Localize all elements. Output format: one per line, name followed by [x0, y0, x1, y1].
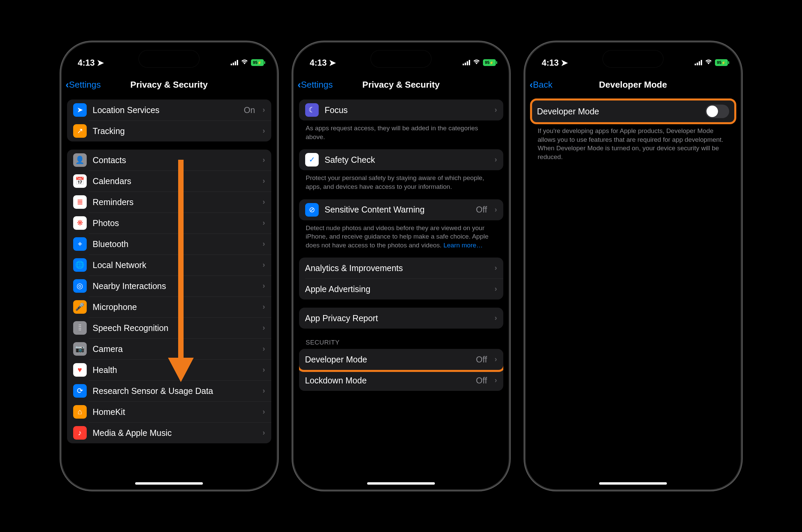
- row-label: Focus: [325, 105, 489, 115]
- row-label: Tracking: [93, 126, 257, 136]
- developer-mode-toggle[interactable]: [706, 104, 729, 118]
- row-label: Health: [93, 365, 257, 375]
- row-apple-advertising[interactable]: Apple Advertising›: [299, 279, 503, 300]
- security-header: SECURITY: [299, 329, 503, 347]
- group-analytics: Analytics & Improvements›Apple Advertisi…: [299, 258, 503, 300]
- row-media-apple-music[interactable]: ♪Media & Apple Music›: [67, 422, 271, 443]
- row-nearby-interactions[interactable]: ◎Nearby Interactions›: [67, 276, 271, 297]
- chevron-right-icon: ›: [494, 355, 497, 364]
- row-focus[interactable]: ☾ Focus ›: [299, 99, 503, 120]
- phone-1: 4:13 ➤ 95⚡ ‹ Settings Privacy & Security…: [62, 43, 277, 489]
- toggle-knob: [707, 106, 718, 117]
- home-indicator[interactable]: [367, 482, 435, 484]
- row-label: Photos: [93, 218, 257, 228]
- row-photos[interactable]: ❋Photos›: [67, 212, 271, 233]
- speech-icon: ⦙⦙: [73, 321, 87, 335]
- chevron-right-icon: ›: [262, 218, 265, 227]
- nav-bar: ‹ Settings Privacy & Security: [294, 73, 509, 96]
- phone-2: 4:13 ➤ 95⚡ ‹ Settings Privacy & Security…: [294, 43, 509, 489]
- safety-footer: Protect your personal safety by staying …: [299, 170, 503, 191]
- page-title: Developer Mode: [599, 79, 667, 90]
- home-indicator[interactable]: [135, 482, 203, 484]
- chevron-right-icon: ›: [262, 324, 265, 332]
- row-speech-recognition[interactable]: ⦙⦙Speech Recognition›: [67, 318, 271, 338]
- row-location-services[interactable]: ➤Location ServicesOn›: [67, 99, 271, 120]
- page-title: Privacy & Security: [130, 79, 207, 90]
- row-label: Apple Advertising: [305, 284, 489, 294]
- row-label: Speech Recognition: [93, 323, 257, 333]
- row-label: Safety Check: [325, 155, 489, 165]
- back-button[interactable]: ‹ Back: [530, 79, 553, 90]
- dynamic-island: [370, 50, 432, 68]
- reminders-icon: ≣: [73, 195, 87, 209]
- row-contacts[interactable]: 👤Contacts›: [67, 150, 271, 171]
- status-time: 4:13: [310, 58, 327, 68]
- group-security: Developer ModeOff›Lockdown ModeOff›: [299, 349, 503, 391]
- row-lockdown-mode[interactable]: Lockdown ModeOff›: [299, 370, 503, 391]
- location-arrow-icon: ➤: [97, 58, 104, 68]
- settings-content[interactable]: ☾ Focus › As apps request access, they w…: [294, 96, 509, 489]
- row-analytics-improvements[interactable]: Analytics & Improvements›: [299, 258, 503, 279]
- chevron-right-icon: ›: [494, 264, 497, 272]
- row-reminders[interactable]: ≣Reminders›: [67, 192, 271, 212]
- calendars-icon: 📅: [73, 174, 87, 188]
- row-calendars[interactable]: 📅Calendars›: [67, 171, 271, 192]
- wifi-icon: [241, 59, 248, 66]
- row-label: Nearby Interactions: [93, 281, 257, 291]
- group-safety: ✓ Safety Check ›: [299, 149, 503, 170]
- row-homekit[interactable]: ⌂HomeKit›: [67, 401, 271, 422]
- row-health[interactable]: ♥Health›: [67, 359, 271, 380]
- settings-content[interactable]: Developer Mode If you're developing apps…: [526, 96, 741, 489]
- learn-more-link[interactable]: Learn more…: [443, 242, 482, 249]
- row-label: Calendars: [93, 176, 257, 186]
- home-indicator[interactable]: [599, 482, 667, 484]
- row-safety-check[interactable]: ✓ Safety Check ›: [299, 149, 503, 170]
- row-app-privacy-report[interactable]: App Privacy Report ›: [299, 308, 503, 329]
- battery-indicator: 95⚡: [483, 59, 496, 66]
- tracking-icon: ↗: [73, 124, 87, 138]
- dynamic-island: [602, 50, 663, 68]
- row-label: Local Network: [93, 260, 257, 270]
- row-label: Media & Apple Music: [93, 428, 257, 438]
- row-label: Reminders: [93, 197, 257, 207]
- back-label: Settings: [301, 79, 333, 90]
- page-title: Privacy & Security: [362, 79, 440, 90]
- row-tracking[interactable]: ↗Tracking›: [67, 120, 271, 141]
- chevron-left-icon: ‹: [66, 79, 69, 90]
- research-icon: ⟳: [73, 384, 87, 398]
- chevron-right-icon: ›: [262, 344, 265, 353]
- developer-mode-footer: If you're developing apps for Apple prod…: [531, 123, 735, 162]
- settings-content[interactable]: ➤Location ServicesOn›↗Tracking› 👤Contact…: [62, 96, 277, 489]
- row-value: On: [244, 105, 255, 115]
- back-button[interactable]: ‹ Settings: [298, 79, 333, 90]
- cellular-icon: [231, 60, 238, 65]
- group-focus: ☾ Focus ›: [299, 99, 503, 120]
- phone-3: 4:13 ➤ 95⚡ ‹ Back Developer Mode Develop…: [526, 43, 741, 489]
- local-network-icon: 🌐: [73, 258, 87, 272]
- row-microphone[interactable]: 🎤Microphone›: [67, 297, 271, 318]
- back-button[interactable]: ‹ Settings: [66, 79, 101, 90]
- chevron-right-icon: ›: [262, 365, 265, 374]
- row-camera[interactable]: 📷Camera›: [67, 338, 271, 359]
- health-icon: ♥: [73, 363, 87, 377]
- row-local-network[interactable]: 🌐Local Network›: [67, 254, 271, 276]
- group-app-privacy: App Privacy Report ›: [299, 308, 503, 329]
- nearby-icon: ◎: [73, 279, 87, 293]
- chevron-right-icon: ›: [262, 127, 265, 135]
- row-label: Bluetooth: [93, 239, 257, 249]
- row-sensitive-content[interactable]: ⊘ Sensitive Content Warning Off ›: [299, 200, 503, 220]
- chevron-right-icon: ›: [494, 285, 497, 293]
- row-developer-mode[interactable]: Developer ModeOff›: [299, 349, 503, 370]
- chevron-right-icon: ›: [494, 205, 497, 214]
- chevron-right-icon: ›: [262, 303, 265, 311]
- photos-icon: ❋: [73, 216, 87, 230]
- sensitive-content-icon: ⊘: [305, 203, 319, 216]
- cellular-icon: [695, 60, 702, 65]
- row-research-sensor-usage-data[interactable]: ⟳Research Sensor & Usage Data›: [67, 380, 271, 401]
- chevron-right-icon: ›: [262, 261, 265, 269]
- nav-bar: ‹ Back Developer Mode: [526, 73, 741, 96]
- nav-bar: ‹ Settings Privacy & Security: [62, 73, 277, 96]
- row-developer-mode-toggle[interactable]: Developer Mode: [531, 99, 735, 123]
- row-label: Sensitive Content Warning: [325, 205, 470, 214]
- row-bluetooth[interactable]: ⌖Bluetooth›: [67, 233, 271, 254]
